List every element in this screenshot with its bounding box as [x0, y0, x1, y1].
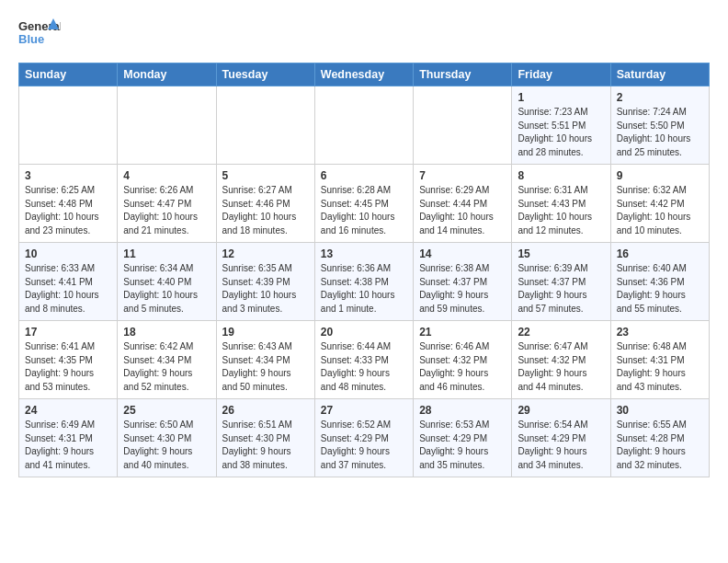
- day-info: Sunrise: 6:29 AM Sunset: 4:44 PM Dayligh…: [419, 184, 506, 237]
- day-number: 2: [617, 91, 703, 104]
- header: General Blue: [18, 17, 710, 50]
- day-number: 26: [222, 404, 309, 417]
- calendar-cell: 27Sunrise: 6:52 AM Sunset: 4:29 PM Dayli…: [314, 399, 413, 477]
- day-number: 9: [617, 169, 703, 182]
- day-header-wednesday: Wednesday: [314, 63, 413, 86]
- day-number: 14: [419, 247, 506, 260]
- calendar-cell: [314, 86, 413, 165]
- calendar-cell: 4Sunrise: 6:26 AM Sunset: 4:47 PM Daylig…: [118, 165, 216, 243]
- day-info: Sunrise: 6:44 AM Sunset: 4:33 PM Dayligh…: [321, 340, 407, 394]
- day-number: 24: [25, 404, 111, 417]
- day-info: Sunrise: 6:54 AM Sunset: 4:29 PM Dayligh…: [518, 419, 604, 472]
- calendar-cell: 25Sunrise: 6:50 AM Sunset: 4:30 PM Dayli…: [118, 399, 216, 477]
- day-number: 4: [123, 169, 210, 182]
- day-info: Sunrise: 6:38 AM Sunset: 4:37 PM Dayligh…: [419, 262, 506, 316]
- day-info: Sunrise: 6:48 AM Sunset: 4:31 PM Dayligh…: [617, 340, 703, 394]
- calendar-cell: 29Sunrise: 6:54 AM Sunset: 4:29 PM Dayli…: [512, 399, 610, 477]
- day-info: Sunrise: 6:28 AM Sunset: 4:45 PM Dayligh…: [321, 184, 407, 237]
- calendar-cell: 15Sunrise: 6:39 AM Sunset: 4:37 PM Dayli…: [512, 243, 610, 321]
- day-number: 16: [617, 247, 703, 260]
- day-header-thursday: Thursday: [414, 63, 512, 86]
- day-number: 5: [222, 169, 309, 182]
- calendar-cell: 11Sunrise: 6:34 AM Sunset: 4:40 PM Dayli…: [118, 243, 216, 321]
- calendar-cell: 13Sunrise: 6:36 AM Sunset: 4:38 PM Dayli…: [314, 243, 413, 321]
- calendar-week-row: 24Sunrise: 6:49 AM Sunset: 4:31 PM Dayli…: [19, 399, 710, 477]
- day-header-tuesday: Tuesday: [216, 63, 314, 86]
- day-info: Sunrise: 6:36 AM Sunset: 4:38 PM Dayligh…: [321, 262, 407, 316]
- calendar-cell: 10Sunrise: 6:33 AM Sunset: 4:41 PM Dayli…: [19, 243, 118, 321]
- day-info: Sunrise: 6:49 AM Sunset: 4:31 PM Dayligh…: [25, 419, 111, 472]
- day-number: 28: [419, 404, 506, 417]
- day-number: 25: [123, 404, 210, 417]
- day-number: 7: [419, 169, 506, 182]
- calendar-cell: [414, 86, 512, 165]
- calendar-cell: [216, 86, 314, 165]
- calendar-cell: 16Sunrise: 6:40 AM Sunset: 4:36 PM Dayli…: [610, 243, 709, 321]
- calendar-cell: 12Sunrise: 6:35 AM Sunset: 4:39 PM Dayli…: [216, 243, 314, 321]
- calendar-cell: 2Sunrise: 7:24 AM Sunset: 5:50 PM Daylig…: [610, 86, 709, 165]
- calendar-cell: [118, 86, 216, 165]
- day-info: Sunrise: 7:23 AM Sunset: 5:51 PM Dayligh…: [518, 106, 604, 159]
- calendar-cell: 8Sunrise: 6:31 AM Sunset: 4:43 PM Daylig…: [512, 165, 610, 243]
- day-number: 27: [321, 404, 407, 417]
- day-info: Sunrise: 6:52 AM Sunset: 4:29 PM Dayligh…: [321, 419, 407, 472]
- calendar-cell: 7Sunrise: 6:29 AM Sunset: 4:44 PM Daylig…: [414, 165, 512, 243]
- day-number: 19: [222, 326, 309, 339]
- day-info: Sunrise: 6:39 AM Sunset: 4:37 PM Dayligh…: [518, 262, 604, 316]
- svg-text:Blue: Blue: [18, 32, 44, 46]
- calendar-cell: 1Sunrise: 7:23 AM Sunset: 5:51 PM Daylig…: [512, 86, 610, 165]
- day-number: 6: [321, 169, 407, 182]
- calendar-cell: 23Sunrise: 6:48 AM Sunset: 4:31 PM Dayli…: [610, 321, 709, 399]
- calendar-week-row: 17Sunrise: 6:41 AM Sunset: 4:35 PM Dayli…: [19, 321, 710, 399]
- calendar-cell: 20Sunrise: 6:44 AM Sunset: 4:33 PM Dayli…: [314, 321, 413, 399]
- day-info: Sunrise: 6:51 AM Sunset: 4:30 PM Dayligh…: [222, 419, 309, 472]
- day-info: Sunrise: 6:50 AM Sunset: 4:30 PM Dayligh…: [123, 419, 210, 472]
- day-number: 8: [518, 169, 604, 182]
- calendar-cell: 24Sunrise: 6:49 AM Sunset: 4:31 PM Dayli…: [19, 399, 118, 477]
- day-info: Sunrise: 6:32 AM Sunset: 4:42 PM Dayligh…: [617, 184, 703, 237]
- day-number: 3: [25, 169, 111, 182]
- day-number: 30: [617, 404, 703, 417]
- day-number: 13: [321, 247, 407, 260]
- day-number: 22: [518, 326, 604, 339]
- day-info: Sunrise: 6:53 AM Sunset: 4:29 PM Dayligh…: [419, 419, 506, 472]
- day-info: Sunrise: 6:27 AM Sunset: 4:46 PM Dayligh…: [222, 184, 309, 237]
- day-info: Sunrise: 6:40 AM Sunset: 4:36 PM Dayligh…: [617, 262, 703, 316]
- day-number: 15: [518, 247, 604, 260]
- calendar-cell: 30Sunrise: 6:55 AM Sunset: 4:28 PM Dayli…: [610, 399, 709, 477]
- calendar-cell: 21Sunrise: 6:46 AM Sunset: 4:32 PM Dayli…: [414, 321, 512, 399]
- day-header-friday: Friday: [512, 63, 610, 86]
- calendar-cell: 28Sunrise: 6:53 AM Sunset: 4:29 PM Dayli…: [414, 399, 512, 477]
- day-info: Sunrise: 6:42 AM Sunset: 4:34 PM Dayligh…: [123, 340, 210, 394]
- day-info: Sunrise: 6:46 AM Sunset: 4:32 PM Dayligh…: [419, 340, 506, 394]
- day-info: Sunrise: 6:25 AM Sunset: 4:48 PM Dayligh…: [25, 184, 111, 237]
- day-info: Sunrise: 6:43 AM Sunset: 4:34 PM Dayligh…: [222, 340, 309, 394]
- calendar-week-row: 10Sunrise: 6:33 AM Sunset: 4:41 PM Dayli…: [19, 243, 710, 321]
- calendar-cell: 9Sunrise: 6:32 AM Sunset: 4:42 PM Daylig…: [610, 165, 709, 243]
- day-header-saturday: Saturday: [610, 63, 709, 86]
- calendar-cell: 14Sunrise: 6:38 AM Sunset: 4:37 PM Dayli…: [414, 243, 512, 321]
- logo: General Blue: [18, 17, 61, 50]
- day-info: Sunrise: 6:31 AM Sunset: 4:43 PM Dayligh…: [518, 184, 604, 237]
- calendar-cell: 3Sunrise: 6:25 AM Sunset: 4:48 PM Daylig…: [19, 165, 118, 243]
- calendar-cell: 17Sunrise: 6:41 AM Sunset: 4:35 PM Dayli…: [19, 321, 118, 399]
- day-info: Sunrise: 6:26 AM Sunset: 4:47 PM Dayligh…: [123, 184, 210, 237]
- calendar-week-row: 1Sunrise: 7:23 AM Sunset: 5:51 PM Daylig…: [19, 86, 710, 165]
- calendar-week-row: 3Sunrise: 6:25 AM Sunset: 4:48 PM Daylig…: [19, 165, 710, 243]
- day-number: 21: [419, 326, 506, 339]
- calendar-cell: 26Sunrise: 6:51 AM Sunset: 4:30 PM Dayli…: [216, 399, 314, 477]
- calendar-cell: 6Sunrise: 6:28 AM Sunset: 4:45 PM Daylig…: [314, 165, 413, 243]
- calendar-table: SundayMondayTuesdayWednesdayThursdayFrid…: [18, 63, 710, 477]
- day-number: 1: [518, 91, 604, 104]
- day-number: 23: [617, 326, 703, 339]
- day-number: 18: [123, 326, 210, 339]
- calendar-cell: 5Sunrise: 6:27 AM Sunset: 4:46 PM Daylig…: [216, 165, 314, 243]
- day-info: Sunrise: 7:24 AM Sunset: 5:50 PM Dayligh…: [617, 106, 703, 159]
- day-info: Sunrise: 6:47 AM Sunset: 4:32 PM Dayligh…: [518, 340, 604, 394]
- day-number: 11: [123, 247, 210, 260]
- day-number: 10: [25, 247, 111, 260]
- day-number: 20: [321, 326, 407, 339]
- calendar-header-row: SundayMondayTuesdayWednesdayThursdayFrid…: [19, 63, 710, 86]
- logo-svg: General Blue: [18, 17, 61, 50]
- calendar-cell: [19, 86, 118, 165]
